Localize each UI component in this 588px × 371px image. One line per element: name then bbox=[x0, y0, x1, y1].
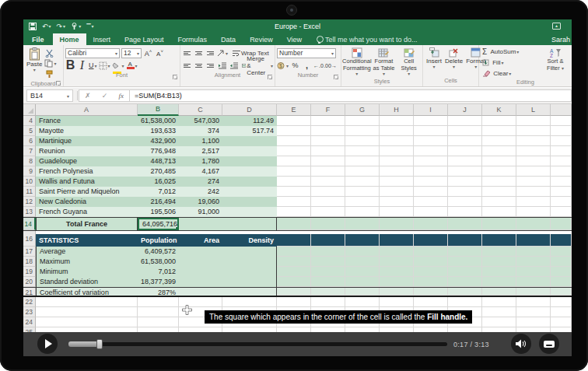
tab-home[interactable]: Home bbox=[53, 33, 86, 45]
row19-cell-end[interactable] bbox=[551, 267, 572, 277]
row13-cell-K[interactable] bbox=[482, 207, 516, 217]
row-header-23[interactable]: 23 bbox=[23, 307, 36, 317]
bold-button[interactable]: B bbox=[65, 61, 75, 70]
currency-format-icon[interactable]: $▾ bbox=[277, 61, 289, 70]
row19-cell-L[interactable] bbox=[516, 267, 551, 277]
row16-cell-end[interactable] bbox=[551, 234, 572, 247]
row-header-9[interactable]: 9 bbox=[23, 166, 36, 177]
row9-cell-H[interactable] bbox=[380, 166, 414, 177]
row16-cell-L[interactable] bbox=[516, 234, 551, 247]
cell-D13[interactable] bbox=[222, 207, 277, 217]
row11-cell-G[interactable] bbox=[345, 187, 380, 197]
row12-cell-J[interactable] bbox=[448, 197, 482, 207]
cell-B19[interactable]: 7,012 bbox=[138, 267, 179, 277]
row22-cell-G[interactable] bbox=[345, 297, 380, 307]
row-header-22[interactable]: 22 bbox=[23, 297, 36, 307]
row4-cell-L[interactable] bbox=[516, 116, 551, 126]
row18-cell-G[interactable] bbox=[345, 257, 380, 267]
row9-cell-G[interactable] bbox=[345, 166, 380, 177]
row10-cell-I[interactable] bbox=[414, 177, 448, 187]
cell-D9[interactable] bbox=[222, 166, 277, 177]
row21-cell-J[interactable] bbox=[448, 288, 482, 296]
row16-cell-K[interactable] bbox=[482, 234, 516, 247]
borders-icon[interactable]: ▾ bbox=[99, 61, 110, 70]
cell-styles-button[interactable]: Cell Styles▾ bbox=[397, 47, 421, 78]
decrease-decimal-icon[interactable]: .00→ bbox=[325, 61, 335, 70]
row6-cell-H[interactable] bbox=[380, 136, 414, 146]
cell-D12[interactable] bbox=[222, 197, 277, 207]
row18-cell-L[interactable] bbox=[516, 257, 551, 267]
column-header-L[interactable]: L bbox=[516, 104, 551, 116]
row22-cell-D[interactable] bbox=[222, 297, 277, 307]
customize-qat-icon[interactable]: ▔▾ bbox=[86, 24, 93, 30]
cell-D6[interactable] bbox=[222, 136, 277, 146]
row10-cell-L[interactable] bbox=[516, 177, 551, 187]
row21-cell-L[interactable] bbox=[516, 288, 551, 296]
row9-cell-J[interactable] bbox=[448, 166, 482, 177]
cell-B18[interactable]: 61,538,000 bbox=[138, 257, 179, 267]
cell-C18[interactable] bbox=[179, 257, 222, 267]
align-right-icon[interactable] bbox=[205, 61, 215, 70]
cell-C7[interactable]: 2,517 bbox=[179, 146, 222, 156]
progress-track[interactable] bbox=[68, 342, 447, 346]
row19-cell-H[interactable] bbox=[380, 267, 414, 277]
row10-cell-G[interactable] bbox=[345, 177, 380, 187]
clear-button[interactable]: Clear▾ bbox=[482, 68, 541, 79]
cell-A16-statistics[interactable]: STATISTICS bbox=[36, 234, 138, 247]
row5-cell-F[interactable] bbox=[311, 126, 345, 136]
row17-cell-H[interactable] bbox=[380, 247, 414, 257]
cell-C12[interactable]: 19,060 bbox=[179, 197, 222, 207]
cell-B16-population[interactable]: Population bbox=[138, 234, 179, 247]
row8-cell-H[interactable] bbox=[380, 156, 414, 166]
italic-button[interactable]: I bbox=[77, 61, 87, 70]
column-header-G[interactable]: G bbox=[345, 104, 380, 116]
row4-cell-E[interactable] bbox=[277, 116, 311, 126]
cell-A5[interactable]: Mayotte bbox=[36, 126, 138, 136]
cell-B7[interactable]: 776,948 bbox=[138, 146, 179, 156]
increase-indent-icon[interactable] bbox=[229, 61, 239, 70]
cell-D8[interactable] bbox=[222, 156, 277, 166]
column-header-H[interactable]: H bbox=[380, 104, 414, 116]
row16-cell-J[interactable] bbox=[448, 234, 482, 247]
column-header-A[interactable]: A bbox=[36, 104, 138, 116]
row14-cell-F[interactable] bbox=[311, 218, 345, 230]
align-middle-icon[interactable] bbox=[194, 48, 204, 58]
row11-cell-I[interactable] bbox=[414, 187, 448, 197]
cell-A11[interactable]: Saint Pierre and Miquelon bbox=[36, 187, 138, 197]
row21-cell-H[interactable] bbox=[380, 288, 414, 296]
row5-cell-E[interactable] bbox=[277, 126, 311, 136]
cell-C14[interactable] bbox=[179, 218, 222, 230]
row20-cell-end[interactable] bbox=[551, 277, 572, 287]
conditional-formatting-button[interactable]: Conditional Formatting▾ bbox=[343, 47, 370, 78]
row9-cell-K[interactable] bbox=[482, 166, 516, 177]
row8-cell-end[interactable] bbox=[551, 156, 572, 166]
row-header-7[interactable]: 7 bbox=[23, 146, 36, 156]
percent-style-icon[interactable]: % bbox=[290, 61, 300, 70]
cell-A7[interactable]: Reunion bbox=[36, 146, 138, 156]
cell-B11[interactable]: 7,012 bbox=[138, 187, 179, 197]
row19-cell-G[interactable] bbox=[345, 267, 380, 277]
cell-A8[interactable]: Guadeloupe bbox=[36, 156, 138, 166]
row22-cell-J[interactable] bbox=[448, 297, 482, 307]
row21-cell-K[interactable] bbox=[482, 288, 516, 296]
cell-A17[interactable]: Average bbox=[36, 247, 138, 257]
row17-cell-J[interactable] bbox=[448, 247, 482, 257]
row-header-11[interactable]: 11 bbox=[23, 187, 36, 197]
row9-cell-E[interactable] bbox=[277, 166, 311, 177]
row21-cell-E[interactable] bbox=[277, 288, 311, 296]
cell-C6[interactable]: 1,100 bbox=[179, 136, 222, 146]
row-header-4[interactable]: 4 bbox=[23, 116, 36, 126]
row14-cell-H[interactable] bbox=[380, 218, 414, 230]
clipboard-dialog-launcher[interactable] bbox=[56, 81, 61, 86]
insert-function-icon[interactable]: fx bbox=[118, 92, 124, 100]
row17-cell-L[interactable] bbox=[516, 247, 551, 257]
column-header-E[interactable]: E bbox=[277, 104, 311, 116]
row16-cell-F[interactable] bbox=[311, 234, 345, 247]
row4-cell-I[interactable] bbox=[414, 116, 448, 126]
cancel-icon[interactable]: ✗ bbox=[85, 92, 91, 100]
row11-cell-K[interactable] bbox=[482, 187, 516, 197]
row-header-24[interactable]: 24 bbox=[23, 317, 36, 327]
cell-D11[interactable] bbox=[222, 187, 277, 197]
row24-cell-end[interactable] bbox=[551, 317, 572, 327]
row20-cell-K[interactable] bbox=[482, 277, 516, 287]
